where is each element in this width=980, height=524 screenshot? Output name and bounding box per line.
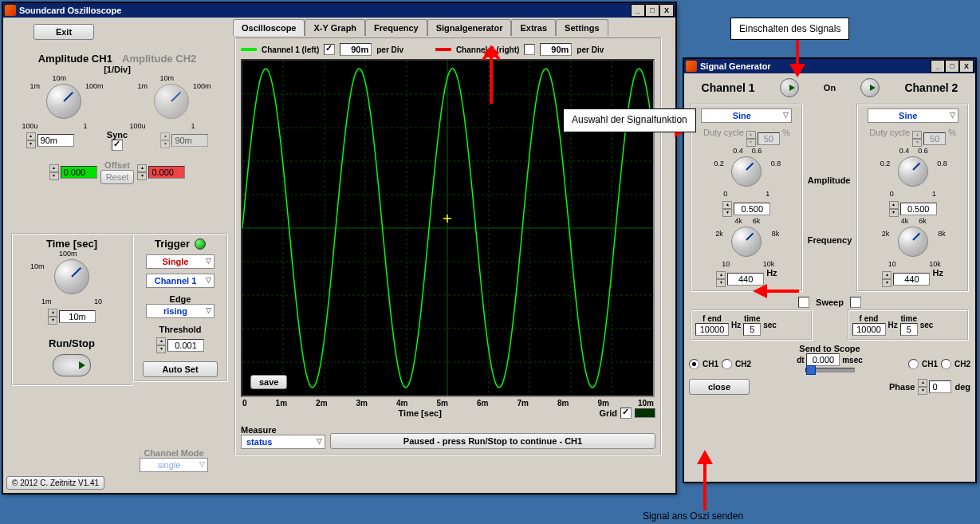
- ch1-send-ch1-radio[interactable]: [689, 359, 699, 369]
- on-label: On: [824, 83, 836, 93]
- phase-label: Phase: [889, 382, 915, 392]
- copyright-label: © 2012 C. Zeitnitz V1.41: [6, 476, 104, 490]
- ch1-frequency-knob[interactable]: [731, 227, 762, 257]
- ch1-visible-checkbox[interactable]: [324, 44, 335, 55]
- dt-slider[interactable]: [805, 368, 855, 372]
- siggen-ch1-label: Channel 1: [702, 81, 755, 94]
- maximize-button[interactable]: □: [645, 4, 659, 17]
- tab-extras[interactable]: Extras: [511, 19, 556, 36]
- ch1-duty-label: Duty cycle: [703, 128, 744, 137]
- amplitude-ch1-knob[interactable]: [46, 84, 81, 119]
- amplitude-ch2-label: Amplitude CH2: [122, 53, 196, 65]
- trigger-mode-dropdown[interactable]: Single: [146, 254, 214, 269]
- send-to-scope-label: Send to Scope: [689, 344, 970, 353]
- grid-color-swatch[interactable]: [635, 408, 655, 418]
- xaxis-ticks: 01m 2m3m 4m5m 6m7m 8m9m 10m: [241, 399, 655, 408]
- siggen-maximize[interactable]: □: [945, 60, 959, 73]
- siggen-ch2-label: Channel 2: [904, 81, 958, 94]
- amp1-spinner[interactable]: ▴▾ 90m: [26, 132, 74, 148]
- ch1-sweep-checkbox[interactable]: [798, 297, 809, 308]
- siggen-icon: [686, 61, 697, 72]
- annotation-einschalten: Einschalten des Signals: [730, 18, 849, 40]
- amplitude-label: Amplitude: [808, 175, 852, 185]
- oscilloscope-titlebar: Soundcard Oszilloscope _ □ X: [3, 3, 675, 18]
- siggen-titlebar: Signal Generator _ □ X: [684, 59, 975, 73]
- tab-signalgenerator[interactable]: Signalgenerator: [427, 19, 512, 36]
- ch2-sweep-checkbox[interactable]: [850, 297, 861, 308]
- ch2-frequency-knob[interactable]: [898, 227, 928, 257]
- ch2-color-swatch: [435, 48, 451, 51]
- phase-spinner[interactable]: ▴▾ 0: [918, 379, 951, 395]
- div-label: [1/Div]: [10, 65, 225, 74]
- app-icon: [5, 5, 16, 16]
- ch2-fend-input[interactable]: 10000: [852, 323, 886, 336]
- ch1-legend: Channel 1 (left): [262, 45, 319, 54]
- ch2-div-input[interactable]: 90m: [540, 43, 572, 56]
- siggen-minimize[interactable]: _: [931, 60, 945, 73]
- measure-dropdown[interactable]: status: [241, 435, 325, 449]
- ch2-amp-spinner[interactable]: ▴▾ 0.500: [889, 201, 937, 217]
- time-knob[interactable]: [54, 259, 89, 294]
- ch1-color-swatch: [241, 48, 257, 51]
- grid-checkbox[interactable]: [620, 408, 632, 419]
- ch2-power-button[interactable]: [860, 78, 880, 97]
- ch2-sweep-time-input[interactable]: 5: [900, 323, 918, 336]
- siggen-title: Signal Generator: [700, 61, 931, 71]
- ch2-send-ch1-radio[interactable]: [908, 359, 919, 369]
- trigger-channel-dropdown[interactable]: Channel 1: [146, 274, 214, 288]
- arrow-to-power-on: [781, 33, 813, 81]
- autoset-button[interactable]: Auto Set: [143, 361, 218, 377]
- threshold-spinner[interactable]: ▴▾ 0.001: [156, 337, 204, 353]
- ch1-amp-spinner[interactable]: ▴▾ 0.500: [722, 201, 770, 217]
- time-label: Time [sec]: [16, 238, 128, 250]
- edge-dropdown[interactable]: rising: [146, 304, 214, 318]
- exit-button[interactable]: Exit: [33, 24, 94, 40]
- siggen-close-button[interactable]: close: [689, 379, 750, 395]
- trigger-led: [195, 238, 206, 250]
- tab-xygraph[interactable]: X-Y Graph: [305, 19, 365, 36]
- arrow-to-ch-select: [689, 447, 721, 510]
- trigger-label: Trigger: [155, 238, 190, 250]
- close-button[interactable]: X: [659, 4, 674, 17]
- annotation-signal-senden: Signal ans Oszi senden: [643, 510, 743, 522]
- channel-mode-dropdown[interactable]: single: [140, 458, 208, 472]
- tabs: Oscilloscope X-Y Graph Frequency Signalg…: [233, 19, 663, 36]
- ch1-send-ch2-radio[interactable]: [722, 359, 732, 369]
- save-button[interactable]: save: [250, 375, 287, 389]
- runstop-label: Run/Stop: [16, 337, 128, 349]
- ch2-amplitude-knob[interactable]: [898, 156, 928, 187]
- offset1-spinner[interactable]: ▴▾ 0.000: [49, 164, 97, 180]
- sweep-label: Sweep: [816, 297, 844, 307]
- window-title: Soundcard Oszilloscope: [19, 6, 631, 15]
- ch1-waveform-dropdown[interactable]: Sine: [701, 108, 792, 123]
- time-spinner[interactable]: ▴▾ 10m: [48, 309, 96, 325]
- ch1-sweep-time-input[interactable]: 5: [743, 323, 761, 336]
- frequency-label: Frequency: [808, 235, 852, 245]
- sync-checkbox[interactable]: [112, 140, 123, 151]
- status-bar: Paused - press Run/Stop to continue - CH…: [330, 433, 655, 449]
- ch2-waveform-dropdown[interactable]: Sine: [868, 108, 958, 123]
- grid-label: Grid: [599, 408, 617, 418]
- ch1-amplitude-knob[interactable]: [731, 156, 762, 187]
- tab-frequency[interactable]: Frequency: [365, 19, 427, 36]
- offset2-spinner[interactable]: ▴▾ 0.000: [137, 164, 185, 180]
- annotation-auswahl: Auswahl der Signalfunktion: [563, 108, 696, 132]
- channel-mode-label: Channel Mode: [131, 448, 217, 458]
- dt-input[interactable]: 0.000: [806, 353, 840, 366]
- tab-settings[interactable]: Settings: [556, 19, 608, 36]
- tab-oscilloscope[interactable]: Oscilloscope: [233, 19, 305, 36]
- minimize-button[interactable]: _: [631, 4, 645, 17]
- siggen-close[interactable]: X: [959, 60, 974, 73]
- signal-generator-window: Signal Generator _ □ X Channel 1 On Chan…: [683, 57, 977, 483]
- runstop-button[interactable]: [53, 354, 91, 376]
- offset-label: Offset: [100, 160, 135, 170]
- ch1-fend-input[interactable]: 10000: [695, 323, 729, 336]
- amp2-spinner: ▴▾ 90m: [160, 132, 208, 148]
- ch2-visible-checkbox[interactable]: [524, 44, 535, 55]
- ch1-div-input[interactable]: 90m: [340, 43, 372, 56]
- amplitude-ch2-knob[interactable]: [154, 84, 189, 119]
- reset-button[interactable]: Reset: [100, 170, 135, 184]
- ch2-send-ch2-radio[interactable]: [941, 359, 951, 369]
- threshold-label: Threshold: [137, 325, 223, 334]
- ch2-freq-spinner[interactable]: ▴▾ 440: [882, 271, 930, 287]
